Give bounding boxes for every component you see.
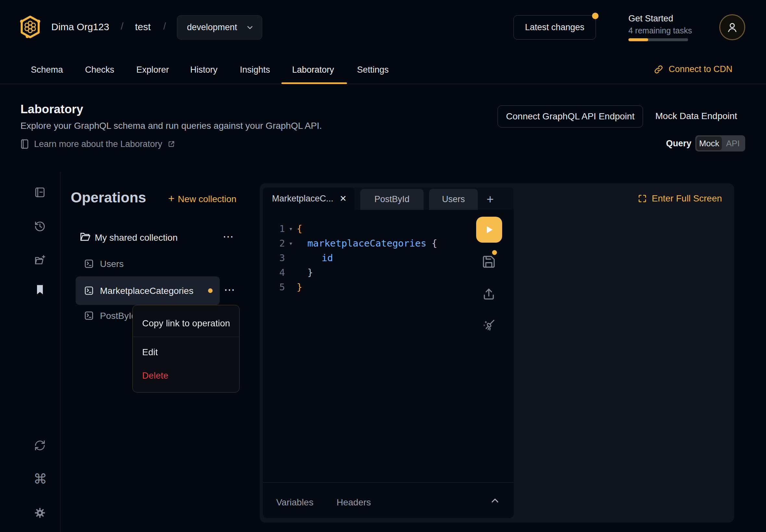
code-line: 5 } — [263, 280, 471, 294]
tab-explorer[interactable]: Explorer — [136, 65, 169, 75]
code-token: { — [432, 238, 437, 249]
person-icon — [725, 20, 739, 34]
menu-item-copy-link[interactable]: Copy link to operation — [142, 318, 230, 329]
run-query-button[interactable] — [476, 217, 502, 243]
latest-changes-button[interactable]: Latest changes — [514, 15, 596, 40]
code-token: } — [297, 282, 302, 293]
operation-item-marketplacecategories[interactable]: MarketplaceCategories — [100, 286, 193, 296]
breadcrumb-separator: / — [121, 21, 123, 32]
code-line: 3 id — [263, 250, 471, 265]
headers-tab[interactable]: Headers — [336, 497, 371, 508]
variables-tab[interactable]: Variables — [276, 497, 313, 508]
active-tab-underline — [281, 82, 347, 84]
operation-icon — [84, 285, 94, 296]
history-icon[interactable] — [34, 221, 46, 232]
external-link-icon — [167, 140, 175, 148]
tab-settings[interactable]: Settings — [357, 65, 389, 75]
menu-divider — [133, 337, 239, 337]
connect-to-cdn-label: Connect to CDN — [669, 64, 733, 74]
settings-gear-icon[interactable] — [34, 507, 46, 519]
line-number: 5 — [263, 282, 285, 293]
save-operation-button[interactable] — [482, 255, 496, 269]
book-icon — [20, 139, 29, 149]
get-started-title[interactable]: Get Started — [628, 14, 673, 24]
editor-tab-marketplacec[interactable]: MarketplaceC... ✕ — [263, 187, 354, 210]
code-area[interactable]: 1 ▾ { 2 ▾ marketplaceCategories { 3 id 4… — [263, 221, 471, 294]
mock-data-endpoint-button[interactable]: Mock Data Endpoint — [655, 111, 737, 121]
get-started-progressbar — [628, 38, 688, 41]
breadcrumb-separator: / — [163, 21, 166, 32]
close-tab-icon[interactable]: ✕ — [339, 194, 346, 204]
menu-item-delete[interactable]: Delete — [142, 370, 168, 381]
code-token: } — [297, 267, 313, 278]
learn-more-link[interactable]: Learn more about the Laboratory — [20, 139, 175, 149]
breadcrumb-org[interactable]: Dima Org123 — [51, 21, 109, 32]
line-number: 2 — [263, 238, 285, 249]
query-mode-toggle[interactable]: Mock API — [695, 135, 745, 151]
connect-endpoint-button[interactable]: Connect GraphQL API Endpoint — [498, 105, 643, 127]
tab-schema[interactable]: Schema — [31, 65, 63, 75]
shortcuts-icon[interactable]: ⌘ — [33, 471, 47, 487]
query-mode-api[interactable]: API — [722, 137, 744, 150]
enter-fullscreen-button[interactable]: Enter Full Screen — [638, 193, 722, 204]
editor-tab-postbyid[interactable]: PostById — [360, 189, 424, 210]
page-title: Laboratory — [20, 103, 83, 116]
line-number: 3 — [263, 252, 285, 263]
rail-divider — [60, 172, 60, 532]
unsaved-changes-dot — [208, 288, 213, 293]
variant-dropdown-value: development — [187, 22, 237, 32]
editor-tab-label: MarketplaceC... — [272, 194, 333, 204]
code-line: 2 ▾ marketplaceCategories { — [263, 236, 471, 250]
connect-to-cdn-link[interactable]: Connect to CDN — [654, 64, 733, 74]
add-folder-icon[interactable] — [34, 254, 46, 266]
code-token-field: id — [297, 252, 333, 263]
editor-column: MarketplaceC... ✕ PostById Users + 1 ▾ {… — [263, 187, 514, 518]
query-editor[interactable]: 1 ▾ { 2 ▾ marketplaceCategories { 3 id 4… — [263, 210, 514, 482]
variant-dropdown[interactable]: development — [177, 15, 262, 40]
chevron-up-icon — [490, 495, 501, 506]
editor-bottom-bar: Variables Headers — [263, 482, 514, 518]
operation-icon — [84, 310, 94, 321]
operation-item-users[interactable]: Users — [100, 259, 124, 269]
fold-arrow-icon[interactable]: ▾ — [285, 225, 297, 233]
collapse-panel-button[interactable] — [490, 495, 501, 506]
operation-icon — [84, 259, 94, 269]
chevron-down-icon — [246, 23, 254, 32]
folder-open-icon — [79, 232, 91, 242]
bookmark-icon[interactable] — [34, 284, 46, 296]
documentation-icon[interactable] — [34, 187, 46, 198]
tab-insights[interactable]: Insights — [240, 65, 270, 75]
query-mode-mock[interactable]: Mock — [697, 137, 722, 150]
notification-dot — [592, 13, 599, 19]
tab-laboratory[interactable]: Laboratory — [292, 65, 334, 75]
new-collection-button[interactable]: + New collection — [168, 192, 236, 205]
share-operation-button[interactable] — [482, 287, 496, 301]
editor-tab-label: Users — [442, 194, 465, 204]
learn-more-label: Learn more about the Laboratory — [34, 139, 162, 149]
save-unsaved-dot — [492, 250, 497, 255]
sync-icon[interactable] — [34, 440, 46, 451]
line-number: 1 — [263, 223, 285, 234]
line-number: 4 — [263, 267, 285, 278]
fold-arrow-icon[interactable]: ▾ — [285, 239, 297, 247]
clean-query-button[interactable] — [482, 318, 496, 333]
operation-more-icon[interactable]: ⋯ — [224, 284, 236, 295]
latest-changes-label: Latest changes — [525, 22, 584, 32]
add-tab-button[interactable]: + — [482, 191, 498, 207]
user-avatar[interactable] — [719, 14, 745, 40]
new-collection-label: New collection — [178, 194, 237, 204]
operation-item-postbyid[interactable]: PostById — [100, 311, 136, 321]
connect-endpoint-label: Connect GraphQL API Endpoint — [506, 111, 635, 122]
collection-more-icon[interactable]: ⋯ — [223, 231, 234, 242]
collection-name[interactable]: My shared collection — [95, 233, 177, 243]
app-logo-icon[interactable] — [19, 15, 41, 39]
tab-history[interactable]: History — [190, 65, 217, 75]
breadcrumb-graph[interactable]: test — [135, 21, 151, 32]
editor-tab-users[interactable]: Users — [429, 189, 478, 210]
menu-item-edit[interactable]: Edit — [142, 347, 158, 357]
query-label: Query — [666, 139, 691, 149]
tab-checks[interactable]: Checks — [85, 65, 114, 75]
code-token-field: marketplaceCategories — [297, 238, 427, 249]
code-line: 1 ▾ { — [263, 221, 471, 236]
get-started-subtitle: 4 remaining tasks — [628, 26, 692, 35]
